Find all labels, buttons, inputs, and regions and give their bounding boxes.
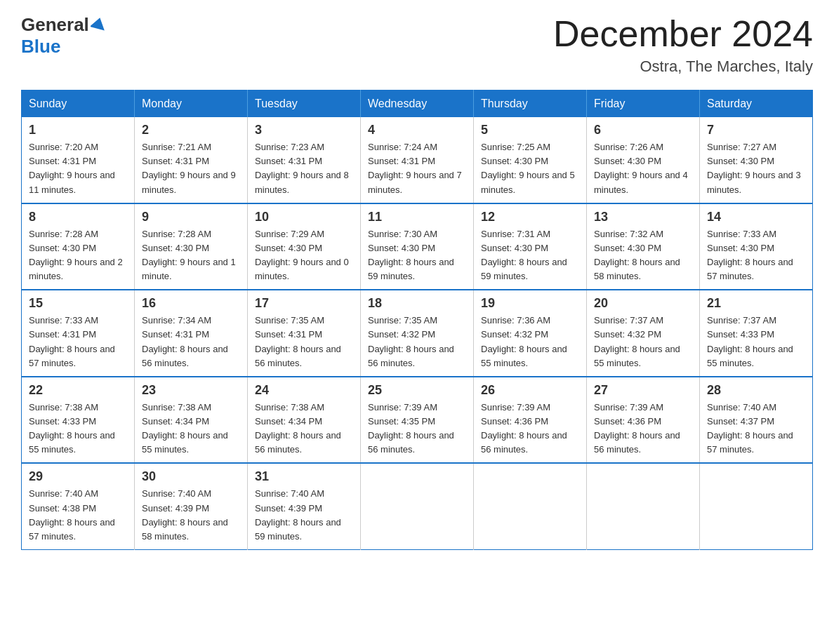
table-row: 9 Sunrise: 7:28 AMSunset: 4:30 PMDayligh… [135, 203, 248, 290]
calendar-week-row: 1 Sunrise: 7:20 AMSunset: 4:31 PMDayligh… [22, 117, 813, 203]
day-number: 20 [594, 296, 692, 311]
day-info: Sunrise: 7:28 AMSunset: 4:30 PMDaylight:… [142, 227, 240, 284]
day-number: 15 [29, 296, 127, 311]
day-info: Sunrise: 7:30 AMSunset: 4:30 PMDaylight:… [368, 227, 466, 284]
day-info: Sunrise: 7:25 AMSunset: 4:30 PMDaylight:… [481, 140, 579, 197]
table-row: 19 Sunrise: 7:36 AMSunset: 4:32 PMDaylig… [474, 290, 587, 377]
day-info: Sunrise: 7:39 AMSunset: 4:36 PMDaylight:… [594, 401, 692, 457]
logo-general-text: General [21, 14, 89, 36]
table-row [474, 463, 587, 549]
day-number: 12 [481, 210, 579, 224]
table-row: 29 Sunrise: 7:40 AMSunset: 4:38 PMDaylig… [22, 463, 135, 549]
col-tuesday: Tuesday [248, 90, 361, 118]
day-info: Sunrise: 7:40 AMSunset: 4:38 PMDaylight:… [29, 487, 127, 544]
table-row: 13 Sunrise: 7:32 AMSunset: 4:30 PMDaylig… [587, 203, 700, 290]
day-number: 23 [142, 383, 240, 398]
table-row: 15 Sunrise: 7:33 AMSunset: 4:31 PMDaylig… [22, 290, 135, 377]
day-info: Sunrise: 7:40 AMSunset: 4:39 PMDaylight:… [255, 487, 353, 544]
table-row: 28 Sunrise: 7:40 AMSunset: 4:37 PMDaylig… [700, 377, 813, 464]
day-number: 24 [255, 383, 353, 398]
day-info: Sunrise: 7:35 AMSunset: 4:31 PMDaylight:… [255, 314, 353, 370]
day-number: 3 [255, 123, 353, 137]
day-info: Sunrise: 7:23 AMSunset: 4:31 PMDaylight:… [255, 140, 353, 197]
day-number: 30 [142, 469, 240, 484]
day-info: Sunrise: 7:27 AMSunset: 4:30 PMDaylight:… [707, 140, 805, 197]
col-friday: Friday [587, 90, 700, 118]
col-saturday: Saturday [700, 90, 813, 118]
day-number: 31 [255, 469, 353, 484]
day-info: Sunrise: 7:38 AMSunset: 4:34 PMDaylight:… [255, 401, 353, 457]
col-wednesday: Wednesday [361, 90, 474, 118]
col-thursday: Thursday [474, 90, 587, 118]
table-row [587, 463, 700, 549]
table-row: 30 Sunrise: 7:40 AMSunset: 4:39 PMDaylig… [135, 463, 248, 549]
col-sunday: Sunday [22, 90, 135, 118]
day-info: Sunrise: 7:21 AMSunset: 4:31 PMDaylight:… [142, 140, 240, 197]
col-monday: Monday [135, 90, 248, 118]
day-info: Sunrise: 7:37 AMSunset: 4:32 PMDaylight:… [594, 314, 692, 370]
table-row: 16 Sunrise: 7:34 AMSunset: 4:31 PMDaylig… [135, 290, 248, 377]
day-number: 22 [29, 383, 127, 398]
calendar-table: Sunday Monday Tuesday Wednesday Thursday… [21, 90, 813, 550]
day-number: 6 [594, 123, 692, 137]
day-number: 5 [481, 123, 579, 137]
day-number: 16 [142, 296, 240, 311]
calendar-header-row: Sunday Monday Tuesday Wednesday Thursday… [22, 90, 813, 118]
table-row: 21 Sunrise: 7:37 AMSunset: 4:33 PMDaylig… [700, 290, 813, 377]
day-number: 25 [368, 383, 466, 398]
table-row: 22 Sunrise: 7:38 AMSunset: 4:33 PMDaylig… [22, 377, 135, 464]
table-row: 10 Sunrise: 7:29 AMSunset: 4:30 PMDaylig… [248, 203, 361, 290]
calendar-week-row: 8 Sunrise: 7:28 AMSunset: 4:30 PMDayligh… [22, 203, 813, 290]
day-info: Sunrise: 7:39 AMSunset: 4:35 PMDaylight:… [368, 401, 466, 457]
day-info: Sunrise: 7:29 AMSunset: 4:30 PMDaylight:… [255, 227, 353, 284]
day-number: 8 [29, 210, 127, 224]
day-number: 10 [255, 210, 353, 224]
day-number: 11 [368, 210, 466, 224]
day-info: Sunrise: 7:40 AMSunset: 4:39 PMDaylight:… [142, 487, 240, 544]
table-row: 26 Sunrise: 7:39 AMSunset: 4:36 PMDaylig… [474, 377, 587, 464]
day-number: 9 [142, 210, 240, 224]
day-info: Sunrise: 7:34 AMSunset: 4:31 PMDaylight:… [142, 314, 240, 370]
day-number: 14 [707, 210, 805, 224]
table-row: 18 Sunrise: 7:35 AMSunset: 4:32 PMDaylig… [361, 290, 474, 377]
day-number: 19 [481, 296, 579, 311]
table-row: 14 Sunrise: 7:33 AMSunset: 4:30 PMDaylig… [700, 203, 813, 290]
day-info: Sunrise: 7:37 AMSunset: 4:33 PMDaylight:… [707, 314, 805, 370]
day-info: Sunrise: 7:28 AMSunset: 4:30 PMDaylight:… [29, 227, 127, 284]
day-info: Sunrise: 7:31 AMSunset: 4:30 PMDaylight:… [481, 227, 579, 284]
day-number: 29 [29, 469, 127, 484]
table-row: 25 Sunrise: 7:39 AMSunset: 4:35 PMDaylig… [361, 377, 474, 464]
month-title: December 2024 [553, 14, 813, 54]
day-info: Sunrise: 7:32 AMSunset: 4:30 PMDaylight:… [594, 227, 692, 284]
table-row: 1 Sunrise: 7:20 AMSunset: 4:31 PMDayligh… [22, 117, 135, 203]
day-info: Sunrise: 7:33 AMSunset: 4:30 PMDaylight:… [707, 227, 805, 284]
table-row: 8 Sunrise: 7:28 AMSunset: 4:30 PMDayligh… [22, 203, 135, 290]
page-header: General Blue December 2024 Ostra, The Ma… [21, 14, 813, 76]
day-info: Sunrise: 7:24 AMSunset: 4:31 PMDaylight:… [368, 140, 466, 197]
table-row: 23 Sunrise: 7:38 AMSunset: 4:34 PMDaylig… [135, 377, 248, 464]
day-info: Sunrise: 7:39 AMSunset: 4:36 PMDaylight:… [481, 401, 579, 457]
day-info: Sunrise: 7:38 AMSunset: 4:34 PMDaylight:… [142, 401, 240, 457]
table-row: 3 Sunrise: 7:23 AMSunset: 4:31 PMDayligh… [248, 117, 361, 203]
table-row: 24 Sunrise: 7:38 AMSunset: 4:34 PMDaylig… [248, 377, 361, 464]
day-number: 7 [707, 123, 805, 137]
day-info: Sunrise: 7:35 AMSunset: 4:32 PMDaylight:… [368, 314, 466, 370]
day-info: Sunrise: 7:26 AMSunset: 4:30 PMDaylight:… [594, 140, 692, 197]
day-info: Sunrise: 7:40 AMSunset: 4:37 PMDaylight:… [707, 401, 805, 457]
logo: General Blue [21, 14, 106, 58]
table-row: 2 Sunrise: 7:21 AMSunset: 4:31 PMDayligh… [135, 117, 248, 203]
svg-marker-0 [91, 16, 106, 31]
day-number: 26 [481, 383, 579, 398]
logo-icon [91, 16, 106, 32]
day-number: 17 [255, 296, 353, 311]
calendar-week-row: 29 Sunrise: 7:40 AMSunset: 4:38 PMDaylig… [22, 463, 813, 549]
day-number: 1 [29, 123, 127, 137]
calendar-week-row: 22 Sunrise: 7:38 AMSunset: 4:33 PMDaylig… [22, 377, 813, 464]
table-row [361, 463, 474, 549]
day-info: Sunrise: 7:36 AMSunset: 4:32 PMDaylight:… [481, 314, 579, 370]
table-row: 5 Sunrise: 7:25 AMSunset: 4:30 PMDayligh… [474, 117, 587, 203]
day-info: Sunrise: 7:20 AMSunset: 4:31 PMDaylight:… [29, 140, 127, 197]
table-row: 27 Sunrise: 7:39 AMSunset: 4:36 PMDaylig… [587, 377, 700, 464]
day-number: 4 [368, 123, 466, 137]
day-number: 28 [707, 383, 805, 398]
